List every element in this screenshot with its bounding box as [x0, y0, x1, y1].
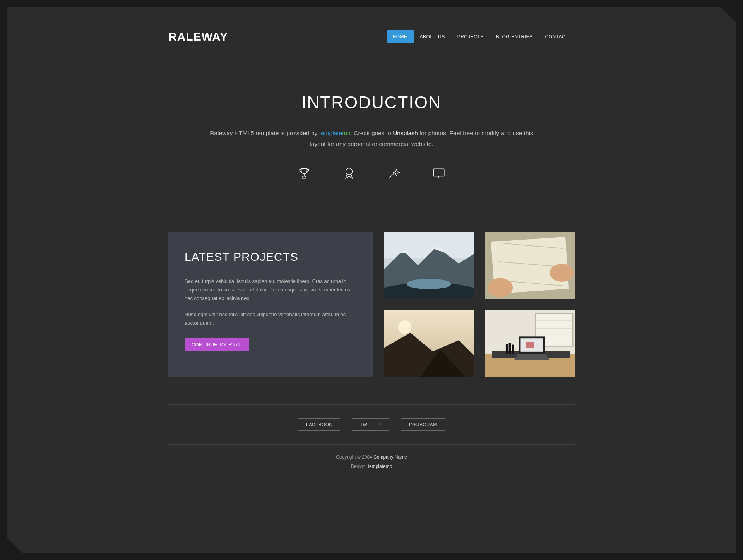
svg-point-13	[488, 278, 513, 297]
svg-rect-29	[526, 342, 534, 348]
svg-rect-1	[433, 169, 444, 176]
svg-point-0	[346, 168, 353, 175]
trophy-icon	[298, 167, 311, 182]
nav-contact[interactable]: CONTACT	[539, 30, 575, 43]
intro-section: INTRODUCTION Raleway HTML5 template is p…	[168, 66, 575, 209]
svg-rect-33	[512, 345, 514, 354]
templatemo-link[interactable]: templatemo	[319, 130, 351, 136]
header-divider	[168, 56, 575, 56]
svg-rect-31	[506, 344, 508, 354]
unsplash-link[interactable]: Unsplash	[393, 130, 418, 136]
svg-rect-32	[509, 343, 511, 354]
main-nav: HOME ABOUT US PROJECTS BLOG ENTRIES CONT…	[387, 30, 575, 43]
projects-grid	[384, 232, 575, 378]
svg-rect-3	[384, 232, 474, 258]
company-name: Company Name	[373, 454, 407, 460]
projects-para-2: Nunc eget velit nec felis ultrices vulpu…	[185, 310, 356, 327]
monitor-icon	[432, 167, 445, 182]
projects-heading: LATEST PROJECTS	[185, 250, 356, 264]
svg-point-16	[398, 320, 412, 334]
site-logo[interactable]: RALEWAY	[168, 30, 228, 43]
nav-about[interactable]: ABOUT US	[414, 30, 451, 43]
project-thumb-coast[interactable]	[384, 310, 474, 377]
svg-point-7	[407, 279, 452, 289]
nav-home[interactable]: HOME	[387, 30, 414, 43]
intro-text-before: Raleway HTML5 template is provided by	[210, 130, 319, 136]
project-thumb-map[interactable]	[485, 232, 575, 299]
svg-marker-30	[514, 354, 549, 360]
continue-journal-button[interactable]: CONTINUE JOURNAL	[185, 338, 249, 351]
intro-paragraph: Raleway HTML5 template is provided by te…	[201, 128, 542, 149]
feature-icons-row	[168, 149, 575, 193]
nav-projects[interactable]: PROJECTS	[451, 30, 490, 43]
social-facebook[interactable]: FACEBOOK	[298, 418, 340, 431]
projects-panel: LATEST PROJECTS Sed eu turpis vehicula, …	[168, 232, 373, 378]
nav-blog[interactable]: BLOG ENTRIES	[490, 30, 539, 43]
design-link[interactable]: templatemo	[368, 464, 392, 469]
social-twitter[interactable]: TWITTER	[352, 418, 389, 431]
intro-heading: INTRODUCTION	[168, 93, 575, 112]
svg-point-14	[550, 264, 574, 282]
intro-text-mid: Credit goes to	[352, 130, 393, 136]
badge-icon	[342, 167, 356, 182]
design-prefix: Design:	[351, 464, 368, 469]
project-thumb-mountain[interactable]	[384, 232, 474, 299]
copyright-prefix: Copyright © 2084	[336, 454, 373, 460]
projects-section: LATEST PROJECTS Sed eu turpis vehicula, …	[168, 209, 575, 405]
project-thumb-desk[interactable]	[485, 310, 575, 377]
social-links: FACEBOOK TWITTER INSTAGRAM	[168, 405, 575, 444]
social-instagram[interactable]: INSTAGRAM	[401, 418, 445, 431]
wand-icon	[387, 167, 401, 182]
projects-para-1: Sed eu turpis vehicula, iaculis sapien e…	[185, 277, 356, 303]
footer-notes: Copyright © 2084 Company Name Design: te…	[168, 445, 575, 492]
